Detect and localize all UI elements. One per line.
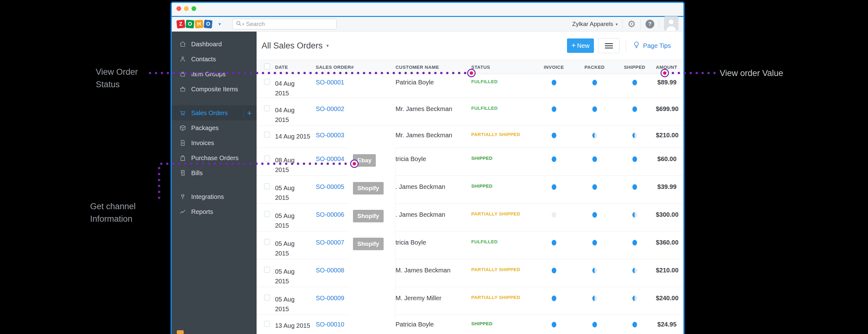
table-row[interactable]: 08 Aug 2015SO-00004tricia BoyleSHIPPED$6… (256, 148, 683, 176)
row-checkbox[interactable] (264, 267, 270, 273)
sidebar-group: DashboardContactsItem GroupsComposite It… (172, 37, 256, 97)
customer-name: tricia Boyle (396, 148, 471, 163)
view-selector[interactable]: All Sales Orders ▾ (261, 41, 329, 51)
global-search[interactable]: ▾ (232, 19, 337, 29)
row-checkbox[interactable] (264, 239, 270, 245)
row-checkbox[interactable] (264, 321, 270, 327)
zoho-logo[interactable]: ZOHO ▾ (177, 20, 221, 28)
home-icon (179, 41, 186, 47)
user-avatar[interactable] (664, 16, 678, 32)
zoho-logo-tiles: ZOHO (177, 20, 212, 28)
channel-tag: Shopify (353, 210, 383, 222)
sidebar-item-label: Contacts (191, 56, 256, 63)
sidebar-item-composite-items[interactable]: Composite Items (172, 81, 256, 97)
sales-order-link[interactable]: SO-00004 (316, 156, 344, 162)
zoho-tile-icon: O (204, 20, 213, 29)
shipped-status-dot (632, 240, 637, 245)
annotation-view-order-status: View Order Status (96, 66, 138, 91)
bag-icon (179, 155, 186, 161)
invoice-status-dot (552, 322, 556, 327)
add-sales-order-button[interactable]: + (243, 108, 255, 118)
zoho-tile-icon: H (195, 20, 204, 29)
sales-order-link[interactable]: SO-00003 (316, 132, 344, 138)
sidebar-item-invoices[interactable]: Invoices (172, 135, 256, 151)
sidebar-item-label: Sales Orders (191, 109, 243, 116)
column-header-packed[interactable]: PACKED (585, 64, 605, 70)
table-row[interactable]: 05 Aug 2015SO-00005. James BeckmanSHIPPE… (256, 176, 683, 204)
minimize-window-icon[interactable] (184, 6, 189, 11)
new-sales-order-button[interactable]: + New (567, 38, 594, 53)
table-row[interactable]: 05 Aug 2015SO-00007tricia BoyleFULFILLED… (256, 231, 683, 259)
sales-order-link[interactable]: SO-00008 (316, 267, 344, 274)
row-checkbox[interactable] (264, 79, 270, 85)
product-switcher-caret-icon[interactable]: ▾ (218, 21, 221, 27)
invoice-status-dot (552, 240, 556, 245)
column-header-invoice[interactable]: INVOICE (544, 64, 564, 70)
packed-status-dot (592, 268, 597, 273)
column-header-status[interactable]: STATUS (471, 64, 532, 70)
chat-widget-icon[interactable] (177, 330, 184, 334)
sidebar-item-sales-orders[interactable]: Sales Orders+ (172, 105, 256, 121)
chart-icon (179, 208, 186, 215)
zoho-tile-icon: Z (177, 20, 186, 29)
help-icon[interactable]: ? (646, 20, 654, 29)
sales-order-link[interactable]: SO-00005 (316, 183, 344, 190)
status-annotation-line (147, 72, 467, 74)
table-row[interactable]: 05 Aug 2015SO-00008M. James BeckmanPARTI… (256, 259, 683, 287)
table-row[interactable]: 05 Aug 2015SO-00009M. Jeremy MillerPARTI… (256, 287, 683, 315)
column-header-date[interactable]: DATE (275, 64, 316, 70)
sidebar-item-dashboard[interactable]: Dashboard (172, 37, 256, 52)
column-header-customer[interactable]: CUSTOMER NAME (396, 64, 471, 70)
row-checkbox[interactable] (264, 211, 270, 217)
zoom-window-icon[interactable] (191, 6, 196, 11)
row-checkbox[interactable] (264, 183, 270, 189)
search-scope-caret-icon[interactable]: ▾ (243, 22, 244, 26)
column-header-sales-order[interactable]: SALES ORDER# (316, 64, 396, 70)
close-window-icon[interactable] (177, 6, 181, 11)
sales-order-link[interactable]: SO-00001 (316, 79, 344, 86)
order-status: SHIPPED (471, 148, 532, 161)
order-amount: $240.00 (656, 287, 678, 302)
search-icon (236, 20, 242, 28)
sidebar-item-contacts[interactable]: Contacts (172, 52, 256, 67)
screenshot-stage: ZOHO ▾ ▾ Zylkar Apparels ▾ ⚙ ? (0, 0, 868, 334)
column-header-shipped[interactable]: SHIPPED (624, 64, 646, 70)
sales-order-link[interactable]: SO-00009 (316, 295, 344, 301)
person-icon (179, 56, 186, 63)
column-header-amount[interactable]: AMOUNT (656, 64, 677, 70)
sales-order-link[interactable]: SO-00002 (316, 105, 344, 112)
order-amount: $360.00 (656, 231, 678, 246)
list-view-menu-button[interactable] (598, 38, 620, 53)
sidebar-item-packages[interactable]: Packages (172, 121, 256, 135)
table-row[interactable]: 05 Aug 2015SO-00006. James BeckmanPARTIA… (256, 204, 683, 231)
settings-gear-icon[interactable]: ⚙ (627, 20, 636, 29)
sales-order-link[interactable]: SO-00007 (316, 239, 344, 246)
row-checkbox[interactable] (264, 295, 270, 301)
order-date: 08 Aug 2015 (275, 148, 316, 175)
sidebar-item-integrations[interactable]: Integrations (172, 189, 256, 204)
org-switcher[interactable]: Zylkar Apparels ▾ (572, 21, 618, 28)
table-row[interactable]: 14 Aug 2015SO-00003Mr. James BeckmanPART… (256, 126, 683, 148)
order-status: FULFILLED (471, 231, 532, 244)
sidebar-item-reports[interactable]: Reports (172, 204, 256, 219)
cart-icon (179, 109, 186, 116)
search-input[interactable] (245, 20, 333, 28)
sidebar-group: Sales Orders+PackagesInvoicesPurchase Or… (172, 105, 256, 180)
row-checkbox[interactable] (264, 132, 270, 138)
toolbar-divider (622, 20, 623, 29)
select-all-checkbox[interactable] (264, 64, 270, 69)
page-tips-button[interactable]: Page Tips (632, 41, 671, 51)
sidebar-item-bills[interactable]: Bills (172, 165, 256, 180)
receipt-icon (179, 169, 186, 176)
sales-order-link[interactable]: SO-00006 (316, 211, 344, 218)
row-checkbox[interactable] (264, 156, 270, 161)
invoice-status-dot (552, 133, 556, 138)
table-row[interactable]: 04 Aug 2015SO-00002Mr. James BeckmanFULF… (256, 98, 683, 126)
sales-order-link[interactable]: SO-00010 (316, 321, 344, 328)
order-status: FULFILLED (471, 74, 532, 84)
table-row[interactable]: 13 Aug 2015SO-00010Patricia BoyleSHIPPED… (256, 315, 683, 334)
order-date: 14 Aug 2015 (275, 126, 316, 141)
order-amount: $39.99 (657, 176, 677, 191)
table-row[interactable]: 04 Aug 2015SO-00001Patricia BoyleFULFILL… (256, 74, 683, 98)
row-checkbox[interactable] (264, 105, 270, 111)
